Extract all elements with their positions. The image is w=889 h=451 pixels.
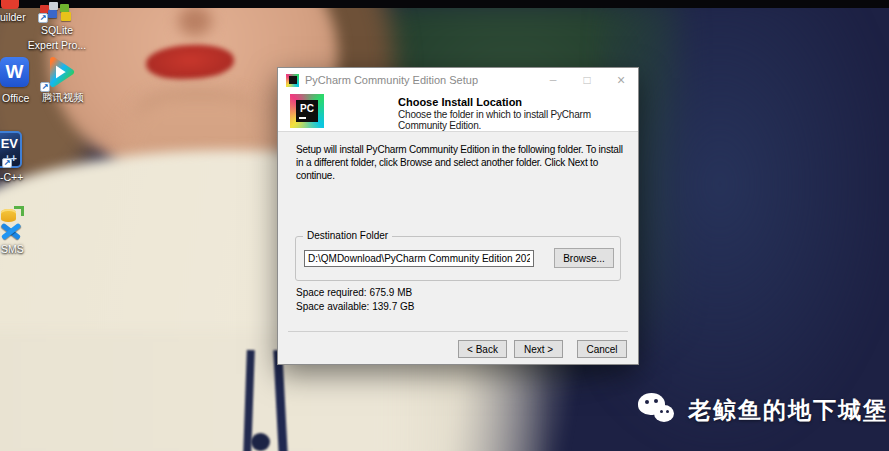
wallpaper-neck xyxy=(120,95,280,265)
wallpaper-shirt-button xyxy=(251,433,270,451)
maximize-button[interactable]: □ xyxy=(570,68,604,92)
block-icon xyxy=(61,12,71,21)
desktop-icon-label: Expert Pro... xyxy=(26,40,88,51)
wechat-eye xyxy=(645,400,649,404)
dialog-body: Setup will install PyCharm Community Edi… xyxy=(278,132,638,364)
desktop-icon-label: SMS xyxy=(0,244,36,255)
wechat-eye xyxy=(654,399,658,403)
shortcut-arrow-icon: ↗ xyxy=(2,158,12,168)
wechat-eye xyxy=(660,410,663,413)
bracket-icon xyxy=(14,206,24,216)
next-button[interactable]: Next > xyxy=(514,340,563,358)
header-title: Choose Install Location xyxy=(398,96,522,108)
wallpaper-face-shadow xyxy=(140,92,250,132)
office-app-icon: W xyxy=(0,57,29,87)
minimize-button[interactable]: – xyxy=(536,68,570,92)
desktop-icon-office[interactable]: W Office xyxy=(0,57,34,104)
desktop-icon-label: Office xyxy=(0,93,34,104)
desktop: uilder ↗ SQLite Expert Pro... W Office xyxy=(0,0,889,451)
sqlite-expert-app-icon: ↗ xyxy=(40,2,74,21)
shortcut-arrow-icon: ↗ xyxy=(40,82,50,92)
watermark-text: 老鲸鱼的地下城堡 xyxy=(688,395,888,426)
desktop-icon-label: SQLite xyxy=(26,25,88,36)
wallpaper-face-shadow xyxy=(178,6,212,36)
block-icon xyxy=(48,10,57,18)
destination-folder-group: Destination Folder Browse... xyxy=(295,236,621,281)
cancel-button[interactable]: Cancel xyxy=(577,340,627,358)
dialog-header: PC Choose Install Location Choose the fo… xyxy=(278,92,638,132)
wallpaper-shirt-piping xyxy=(243,350,255,451)
close-button[interactable]: × xyxy=(604,68,638,92)
watermark: 老鲸鱼的地下城堡 xyxy=(636,390,888,430)
pycharm-logo-icon: PC xyxy=(290,94,324,128)
wallpaper-top-strip xyxy=(0,0,889,8)
dialog-title: PyCharm Community Edition Setup xyxy=(305,74,536,86)
pycharm-setup-dialog: PyCharm Community Edition Setup – □ × PC… xyxy=(278,68,638,364)
pycharm-logo-text: PC xyxy=(296,100,318,122)
desktop-icon-label: 腾讯视频 xyxy=(40,92,86,103)
desktop-icon-dev-cpp[interactable]: EV ++ ↗ -C++ xyxy=(0,131,40,183)
wechat-icon xyxy=(636,390,680,430)
desktop-icon-ssms[interactable]: SMS xyxy=(0,206,36,255)
desktop-icon-tencent-video[interactable]: ↗ 腾讯视频 xyxy=(40,54,86,103)
destination-folder-legend: Destination Folder xyxy=(303,230,392,241)
browse-button[interactable]: Browse... xyxy=(554,248,614,268)
tencent-video-app-icon: ↗ xyxy=(42,54,78,90)
block-icon xyxy=(49,2,58,10)
header-subtitle: Choose the folder in which to install Py… xyxy=(398,109,638,131)
shortcut-arrow-icon: ↗ xyxy=(38,13,48,23)
dev-cpp-glyph: EV xyxy=(1,136,18,151)
ssms-app-icon xyxy=(0,206,26,243)
footer-divider xyxy=(288,331,628,332)
destination-path-input[interactable] xyxy=(304,250,534,267)
dialog-titlebar[interactable]: PyCharm Community Edition Setup – □ × xyxy=(278,68,638,92)
wechat-eye xyxy=(666,410,669,413)
install-description: Setup will install PyCharm Community Edi… xyxy=(296,143,632,182)
wallpaper-foliage xyxy=(600,0,889,451)
space-available-text: Space available: 139.7 GB xyxy=(296,301,414,312)
desktop-icon-sqlite-expert[interactable]: ↗ SQLite Expert Pro... xyxy=(26,2,88,51)
wechat-bubble xyxy=(654,405,674,422)
builder-app-icon xyxy=(1,0,19,9)
pycharm-titlebar-icon xyxy=(286,74,299,87)
back-button[interactable]: < Back xyxy=(458,340,507,358)
block-icon xyxy=(60,4,69,12)
dev-cpp-app-icon: EV ++ ↗ xyxy=(0,131,22,168)
wallpaper-lips xyxy=(145,43,235,82)
space-required-text: Space required: 675.9 MB xyxy=(296,287,412,298)
desktop-icon-label: -C++ xyxy=(0,172,40,183)
wallpaper-shirt-piping xyxy=(273,350,287,451)
